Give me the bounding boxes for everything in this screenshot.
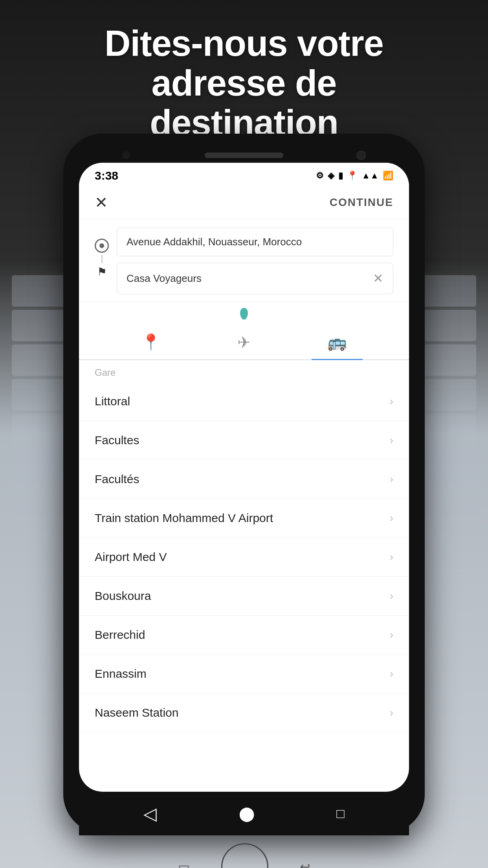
location-icon: 📍 [347,171,358,181]
tab-place[interactable]: 📍 [125,329,176,355]
list-item[interactable]: Facultes › [79,421,409,460]
list-item-airport-med[interactable]: Airport Med V › [79,538,409,577]
location-drop-dot [240,308,248,320]
chevron-right-icon: › [390,590,393,602]
chevron-right-icon: › [390,512,393,524]
list-item-naseem[interactable]: Naseem Station › [79,693,409,732]
status-bar: 3:38 ⚙ ◈ ▮ 📍 ▲▲ 📶 [79,163,409,186]
drop-indicator [79,302,409,325]
recent-apps-icon: ▭ [178,859,190,868]
tab-transit[interactable]: 🚌 [312,329,363,355]
phone-frame: 3:38 ⚙ ◈ ▮ 📍 ▲▲ 📶 ✕ CONTINUE ⚑ [63,134,425,833]
status-icons: ⚙ ◈ ▮ 📍 ▲▲ 📶 [316,171,393,181]
back-nav-icon: ↩ [300,859,310,868]
signal-icon: ▲▲ [361,171,379,181]
recents-button[interactable]: □ [336,806,345,821]
status-time: 3:38 [95,169,118,182]
list-item[interactable]: Berrechid › [79,616,409,655]
back-button[interactable]: ◁ [143,804,157,824]
android-nav-bar: ◁ ⬤ □ [79,792,409,835]
chevron-right-icon: › [390,473,393,485]
destination-input[interactable]: Casa Voyageurs ✕ [117,263,393,294]
list-item[interactable]: Ennassim › [79,655,409,693]
phone-front-camera [122,151,130,159]
tab-bar: 📍 ✈ 🚌 [79,325,409,360]
connector-line [101,255,103,263]
phone-top-bezel [75,145,413,163]
chevron-right-icon: › [390,395,393,408]
list-item[interactable]: Littoral › [79,382,409,421]
settings-icon: ⚙ [316,171,324,181]
phone-camera [356,151,366,160]
list-item-train-station[interactable]: Train station Mohammed V Airport › [79,499,409,538]
list-item-text: Airport Med V [95,550,167,564]
input-area: ⚑ Avenue Addakhil, Nouasseur, Morocco Ca… [79,220,409,302]
list-item-text: Berrechid [95,628,145,642]
shield-icon: ◈ [328,171,334,181]
list-item-text: Facultes [95,434,139,447]
tab-airport[interactable]: ✈ [222,329,266,355]
phone-speaker [205,153,283,158]
list-item[interactable]: Bouskoura › [79,577,409,616]
close-button[interactable]: ✕ [95,193,108,211]
transit-tab-icon: 🚌 [327,333,347,351]
physical-home-button[interactable] [221,843,268,868]
inputs-column: Avenue Addakhil, Nouasseur, Morocco Casa… [117,228,393,294]
battery-icon: ▮ [338,171,343,181]
headline-section: Dites-nous votre adresse de destination [0,24,488,143]
home-button[interactable]: ⬤ [239,805,255,822]
destination-flag-icon: ⚑ [97,265,107,278]
origin-value: Avenue Addakhil, Nouasseur, Morocco [127,236,302,248]
phone-screen: 3:38 ⚙ ◈ ▮ 📍 ▲▲ 📶 ✕ CONTINUE ⚑ [79,163,409,792]
list-item[interactable]: Facultés › [79,460,409,499]
list-item-text: Bouskoura [95,589,151,603]
list-item-text: Littoral [95,395,130,408]
chevron-right-icon: › [390,629,393,641]
clear-destination-button[interactable]: ✕ [373,271,383,286]
phone-bottom-bezel: ▭ ↩ [75,835,413,868]
destination-value: Casa Voyageurs [127,272,202,285]
app-header: ✕ CONTINUE [79,186,409,220]
airport-tab-icon: ✈ [237,333,251,351]
origin-input[interactable]: Avenue Addakhil, Nouasseur, Morocco [117,228,393,256]
place-tab-icon: 📍 [141,333,161,351]
wifi-icon: 📶 [383,171,393,181]
input-icons-column: ⚑ [95,228,109,278]
list-item-text: Naseem Station [95,706,178,719]
list-item-text: Ennassim [95,667,147,680]
chevron-right-icon: › [390,668,393,680]
chevron-right-icon: › [390,434,393,447]
section-label: Gare [79,360,409,382]
chevron-right-icon: › [390,551,393,563]
list-item-text: Facultés [95,473,139,486]
origin-location-icon [95,239,109,253]
chevron-right-icon: › [390,706,393,719]
continue-button[interactable]: CONTINUE [330,196,393,209]
list-item-text: Train station Mohammed V Airport [95,511,273,525]
headline-text: Dites-nous votre adresse de destination [31,24,457,143]
